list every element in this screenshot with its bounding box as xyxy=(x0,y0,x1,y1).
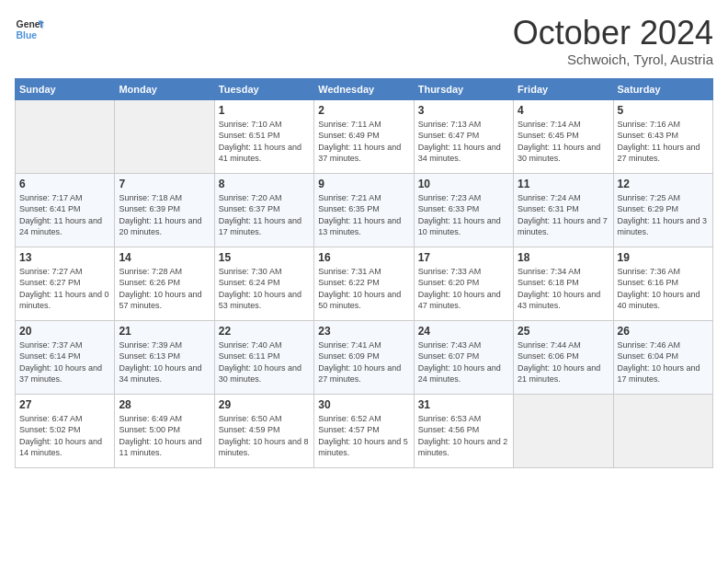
calendar-cell: 20Sunrise: 7:37 AM Sunset: 6:14 PM Dayli… xyxy=(16,320,115,394)
cell-info: Sunrise: 6:50 AM Sunset: 4:59 PM Dayligh… xyxy=(219,413,310,459)
day-number: 7 xyxy=(119,178,210,190)
cell-info: Sunrise: 7:24 AM Sunset: 6:31 PM Dayligh… xyxy=(518,192,609,238)
calendar-cell: 11Sunrise: 7:24 AM Sunset: 6:31 PM Dayli… xyxy=(514,173,613,247)
title-block: October 2024 Schwoich, Tyrol, Austria xyxy=(513,15,713,67)
cell-info: Sunrise: 7:18 AM Sunset: 6:39 PM Dayligh… xyxy=(119,192,210,238)
cell-info: Sunrise: 7:10 AM Sunset: 6:51 PM Dayligh… xyxy=(219,119,310,165)
cell-info: Sunrise: 7:21 AM Sunset: 6:35 PM Dayligh… xyxy=(318,192,409,238)
calendar-cell: 31Sunrise: 6:53 AM Sunset: 4:56 PM Dayli… xyxy=(414,394,513,467)
col-header-wednesday: Wednesday xyxy=(314,78,414,99)
cell-info: Sunrise: 7:17 AM Sunset: 6:41 PM Dayligh… xyxy=(19,192,110,238)
cell-info: Sunrise: 7:31 AM Sunset: 6:22 PM Dayligh… xyxy=(318,266,409,312)
header-row: SundayMondayTuesdayWednesdayThursdayFrid… xyxy=(16,78,713,99)
logo: General Blue xyxy=(15,15,44,44)
day-number: 6 xyxy=(19,178,110,190)
calendar-cell: 3Sunrise: 7:13 AM Sunset: 6:47 PM Daylig… xyxy=(414,99,513,173)
calendar-cell: 30Sunrise: 6:52 AM Sunset: 4:57 PM Dayli… xyxy=(314,394,414,467)
day-number: 29 xyxy=(219,398,310,411)
cell-info: Sunrise: 7:46 AM Sunset: 6:04 PM Dayligh… xyxy=(618,339,709,385)
day-number: 5 xyxy=(618,104,709,117)
day-number: 2 xyxy=(318,104,409,117)
calendar-cell: 27Sunrise: 6:47 AM Sunset: 5:02 PM Dayli… xyxy=(16,394,115,467)
cell-info: Sunrise: 7:43 AM Sunset: 6:07 PM Dayligh… xyxy=(418,339,509,385)
location-subtitle: Schwoich, Tyrol, Austria xyxy=(513,52,713,67)
calendar-cell: 19Sunrise: 7:36 AM Sunset: 6:16 PM Dayli… xyxy=(613,247,712,320)
calendar-cell xyxy=(16,99,115,173)
cell-info: Sunrise: 6:53 AM Sunset: 4:56 PM Dayligh… xyxy=(418,413,509,459)
day-number: 10 xyxy=(418,178,509,190)
calendar-cell: 5Sunrise: 7:16 AM Sunset: 6:43 PM Daylig… xyxy=(613,99,712,173)
calendar-cell xyxy=(613,394,712,467)
calendar-cell xyxy=(514,394,613,467)
calendar-cell: 8Sunrise: 7:20 AM Sunset: 6:37 PM Daylig… xyxy=(214,173,313,247)
cell-info: Sunrise: 7:33 AM Sunset: 6:20 PM Dayligh… xyxy=(418,266,509,312)
calendar-cell: 26Sunrise: 7:46 AM Sunset: 6:04 PM Dayli… xyxy=(613,320,712,394)
day-number: 19 xyxy=(618,251,709,264)
cell-info: Sunrise: 7:28 AM Sunset: 6:26 PM Dayligh… xyxy=(119,266,210,312)
day-number: 13 xyxy=(19,251,110,264)
day-number: 14 xyxy=(119,251,210,264)
month-title: October 2024 xyxy=(513,15,713,52)
cell-info: Sunrise: 7:27 AM Sunset: 6:27 PM Dayligh… xyxy=(19,266,110,312)
calendar-cell: 29Sunrise: 6:50 AM Sunset: 4:59 PM Dayli… xyxy=(214,394,313,467)
col-header-friday: Friday xyxy=(514,78,613,99)
calendar-cell: 23Sunrise: 7:41 AM Sunset: 6:09 PM Dayli… xyxy=(314,320,414,394)
week-row-2: 6Sunrise: 7:17 AM Sunset: 6:41 PM Daylig… xyxy=(16,173,713,247)
calendar-cell: 10Sunrise: 7:23 AM Sunset: 6:33 PM Dayli… xyxy=(414,173,513,247)
cell-info: Sunrise: 7:37 AM Sunset: 6:14 PM Dayligh… xyxy=(19,339,110,385)
logo-icon: General Blue xyxy=(15,15,44,44)
day-number: 22 xyxy=(219,325,310,338)
day-number: 1 xyxy=(219,104,310,117)
day-number: 31 xyxy=(418,398,509,411)
calendar-cell: 2Sunrise: 7:11 AM Sunset: 6:49 PM Daylig… xyxy=(314,99,414,173)
day-number: 17 xyxy=(418,251,509,264)
day-number: 23 xyxy=(318,325,409,338)
cell-info: Sunrise: 6:47 AM Sunset: 5:02 PM Dayligh… xyxy=(19,413,110,459)
day-number: 25 xyxy=(518,325,609,338)
calendar-cell xyxy=(115,99,214,173)
calendar-cell: 21Sunrise: 7:39 AM Sunset: 6:13 PM Dayli… xyxy=(115,320,214,394)
calendar-cell: 12Sunrise: 7:25 AM Sunset: 6:29 PM Dayli… xyxy=(613,173,712,247)
day-number: 16 xyxy=(318,251,409,264)
day-number: 3 xyxy=(418,104,509,117)
calendar-cell: 6Sunrise: 7:17 AM Sunset: 6:41 PM Daylig… xyxy=(16,173,115,247)
page-header: General Blue October 2024 Schwoich, Tyro… xyxy=(15,15,713,67)
col-header-saturday: Saturday xyxy=(613,78,712,99)
col-header-tuesday: Tuesday xyxy=(214,78,313,99)
col-header-monday: Monday xyxy=(115,78,214,99)
day-number: 18 xyxy=(518,251,609,264)
week-row-5: 27Sunrise: 6:47 AM Sunset: 5:02 PM Dayli… xyxy=(16,394,713,467)
cell-info: Sunrise: 7:34 AM Sunset: 6:18 PM Dayligh… xyxy=(518,266,609,312)
calendar-cell: 28Sunrise: 6:49 AM Sunset: 5:00 PM Dayli… xyxy=(115,394,214,467)
cell-info: Sunrise: 7:41 AM Sunset: 6:09 PM Dayligh… xyxy=(318,339,409,385)
col-header-thursday: Thursday xyxy=(414,78,513,99)
calendar-cell: 22Sunrise: 7:40 AM Sunset: 6:11 PM Dayli… xyxy=(214,320,313,394)
calendar-cell: 14Sunrise: 7:28 AM Sunset: 6:26 PM Dayli… xyxy=(115,247,214,320)
day-number: 15 xyxy=(219,251,310,264)
svg-text:Blue: Blue xyxy=(17,30,38,40)
cell-info: Sunrise: 7:36 AM Sunset: 6:16 PM Dayligh… xyxy=(618,266,709,312)
day-number: 9 xyxy=(318,178,409,190)
cell-info: Sunrise: 7:23 AM Sunset: 6:33 PM Dayligh… xyxy=(418,192,509,238)
calendar-cell: 15Sunrise: 7:30 AM Sunset: 6:24 PM Dayli… xyxy=(214,247,313,320)
week-row-4: 20Sunrise: 7:37 AM Sunset: 6:14 PM Dayli… xyxy=(16,320,713,394)
day-number: 20 xyxy=(19,325,110,338)
cell-info: Sunrise: 6:52 AM Sunset: 4:57 PM Dayligh… xyxy=(318,413,409,459)
cell-info: Sunrise: 7:20 AM Sunset: 6:37 PM Dayligh… xyxy=(219,192,310,238)
day-number: 24 xyxy=(418,325,509,338)
cell-info: Sunrise: 7:39 AM Sunset: 6:13 PM Dayligh… xyxy=(119,339,210,385)
day-number: 11 xyxy=(518,178,609,190)
calendar-cell: 18Sunrise: 7:34 AM Sunset: 6:18 PM Dayli… xyxy=(514,247,613,320)
day-number: 26 xyxy=(618,325,709,338)
calendar-cell: 25Sunrise: 7:44 AM Sunset: 6:06 PM Dayli… xyxy=(514,320,613,394)
cell-info: Sunrise: 7:25 AM Sunset: 6:29 PM Dayligh… xyxy=(618,192,709,238)
calendar-cell: 17Sunrise: 7:33 AM Sunset: 6:20 PM Dayli… xyxy=(414,247,513,320)
cell-info: Sunrise: 7:44 AM Sunset: 6:06 PM Dayligh… xyxy=(518,339,609,385)
cell-info: Sunrise: 7:40 AM Sunset: 6:11 PM Dayligh… xyxy=(219,339,310,385)
cell-info: Sunrise: 7:16 AM Sunset: 6:43 PM Dayligh… xyxy=(618,119,709,165)
week-row-3: 13Sunrise: 7:27 AM Sunset: 6:27 PM Dayli… xyxy=(16,247,713,320)
cell-info: Sunrise: 7:11 AM Sunset: 6:49 PM Dayligh… xyxy=(318,119,409,165)
day-number: 21 xyxy=(119,325,210,338)
day-number: 30 xyxy=(318,398,409,411)
calendar-table: SundayMondayTuesdayWednesdayThursdayFrid… xyxy=(15,78,713,468)
